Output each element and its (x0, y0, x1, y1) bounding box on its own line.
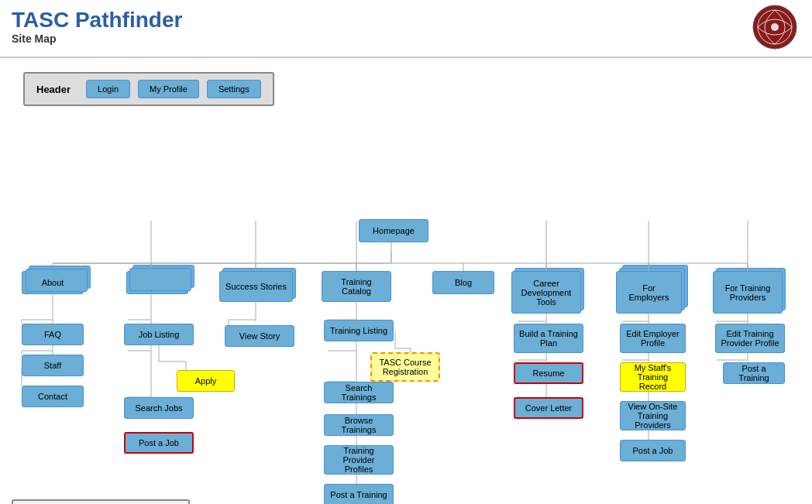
header-section: Header Login My Profile Settings (12, 64, 800, 114)
successstories-node[interactable]: Success Stories (219, 271, 293, 302)
logo (750, 4, 800, 50)
login-button[interactable]: Login (86, 80, 130, 98)
my-profile-button[interactable]: My Profile (138, 80, 199, 98)
contact-about-node[interactable]: Contact (22, 386, 84, 407)
postatraining-tp-node[interactable]: Post a Training (723, 362, 785, 384)
trainingproviderprofiles-node[interactable]: Training Provider Profiles (324, 445, 394, 475)
fortrainingproviders-node[interactable]: For Training Providers (713, 271, 783, 314)
tasccoursereq-node[interactable]: TASC Course Registration (370, 352, 440, 382)
page-subtitle: Site Map (0, 33, 194, 49)
mystaffstraining-node[interactable]: My Staff's Training Record (620, 362, 686, 392)
searchjobs-node[interactable]: Search Jobs (124, 397, 194, 419)
homepage-node[interactable]: Homepage (359, 219, 428, 242)
trainingcatalog-node[interactable]: Training Catalog (322, 271, 391, 302)
resume-node[interactable]: Resume (514, 362, 583, 384)
staff-node[interactable]: Staff (22, 355, 84, 376)
viewstory-node[interactable]: View Story (225, 325, 294, 347)
connector-lines (0, 120, 812, 504)
blog-node[interactable]: Blog (432, 271, 494, 294)
buildtrainingplan-node[interactable]: Build a Training Plan (514, 324, 583, 353)
header-label: Header (36, 84, 71, 95)
about-node[interactable]: About (22, 271, 84, 294)
viewonsitetraining-node[interactable]: View On-Site Training Providers (620, 401, 686, 430)
browsetrainings-node[interactable]: Browse Trainings (324, 414, 394, 436)
traininglisting-node[interactable]: Training Listing (324, 320, 394, 341)
page-title: TASC Pathfinder (0, 0, 194, 33)
searchtrainings-node[interactable]: Search Trainings (324, 382, 394, 403)
svg-point-2 (771, 23, 779, 31)
editemployerprofile-node[interactable]: Edit Employer Profile (620, 324, 686, 353)
postajob-jb-node[interactable]: Post a Job (124, 432, 194, 454)
joblisting-node[interactable]: Job Listing (124, 324, 194, 345)
careerdev-node[interactable]: Career Development Tools (511, 271, 581, 314)
postatraining-tc-node[interactable]: Post a Training (324, 484, 394, 504)
postajob-fe-node[interactable]: Post a Job (620, 440, 686, 461)
coverletter-node[interactable]: Cover Letter (514, 397, 583, 419)
edittrainingproviderprofile-node[interactable]: Edit Training Provider Profile (715, 324, 785, 353)
apply-node[interactable]: Apply (177, 370, 235, 392)
settings-button[interactable]: Settings (207, 80, 261, 98)
faq-node[interactable]: FAQ (22, 324, 84, 345)
foremployers-node[interactable]: For Employers (616, 271, 682, 314)
